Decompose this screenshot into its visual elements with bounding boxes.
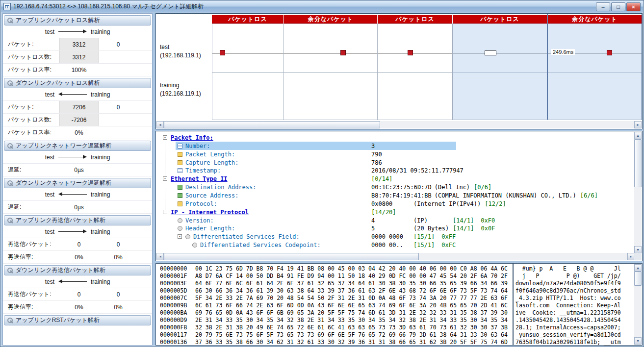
decode-row[interactable]: Timestamp:2016/08/31 09:52:11.777947 xyxy=(156,167,635,174)
scroll-down-button[interactable]: ▼ xyxy=(634,246,642,253)
timeline-scrollbar[interactable]: ◄ ► xyxy=(156,121,642,128)
decode-row[interactable]: Protocol:0x0800(Internet IP(IPv4))[12/2] xyxy=(156,200,635,208)
section-header[interactable]: ダウンリンクネットワーク遅延解析 xyxy=(4,178,151,188)
packet-loss-marker[interactable] xyxy=(607,50,612,55)
window-controls: – □ × xyxy=(596,2,641,11)
hex-row[interactable]: 000000BA69 76 65 0D 0A 43 6F 6F 6B 69 65… xyxy=(156,309,512,317)
section-header[interactable]: アップリンクパケットロス解析 xyxy=(4,15,151,25)
hex-dump[interactable]: 0000000000 1C 23 75 6D 7D B8 70 F4 19 41… xyxy=(156,265,512,346)
ascii-row[interactable]: download/n7a2e74da08050f5e9f4f9 xyxy=(515,280,635,287)
delay-annotation: 249.6ms xyxy=(551,49,575,55)
hex-bytes: 32 38 2E 31 3B 20 49 6E 74 65 72 6E 61 6… xyxy=(195,324,508,331)
packet-marker[interactable] xyxy=(485,50,496,55)
hex-row[interactable]: 0000005D66 30 66 36 34 36 61 39 30 63 38… xyxy=(156,287,512,295)
timeline-column-header[interactable]: パケットロス xyxy=(453,15,547,24)
decode-hscrollbar[interactable]: ◄ ► xyxy=(156,253,635,260)
field-info: (COMPAL INFORMATION (KUNSHAN) CO., LTD.) xyxy=(435,192,576,199)
section-header[interactable]: アップリンク再送信パケット解析 xyxy=(4,215,151,225)
hex-row[interactable]: 0000009B6C 61 73 6F 66 74 2E 63 6F 6D 0D… xyxy=(156,302,512,309)
ascii-row[interactable]: 76358f04b12a30296118fe1b; __utm xyxy=(515,339,635,346)
ascii-row[interactable]: f0f646a90c8d3976ac/nChronos_std xyxy=(515,287,635,295)
ascii-row[interactable]: .1435045428.1435045428.14350454 xyxy=(515,317,635,324)
ascii-row[interactable]: #um} p A E B @ @ Jl xyxy=(515,265,635,273)
stat-label: 遅延: xyxy=(3,201,59,213)
scrollbar-track[interactable] xyxy=(164,121,634,128)
packet-loss-marker[interactable] xyxy=(340,50,346,55)
scroll-left-button[interactable]: ◄ xyxy=(156,121,164,128)
ascii-dump[interactable]: #um} p A E B @ @ Jl j P P @) GET /jp/dow… xyxy=(515,265,635,346)
field-icon xyxy=(178,201,182,206)
scrollbar-track[interactable] xyxy=(634,272,642,337)
hex-row[interactable]: 0000003E64 6F 77 6E 6C 6F 61 64 2F 6E 37… xyxy=(156,280,512,287)
direction-row: testtraining xyxy=(3,275,152,288)
field-values: 3 xyxy=(371,142,413,150)
ascii-row[interactable]: lasoft.com Connection: Keep-Al xyxy=(515,302,635,309)
scroll-up-button[interactable]: ▲ xyxy=(634,132,642,139)
stat-value-1: 0% xyxy=(59,301,99,313)
sidebar-section: アップリンクRSTパケット解析 xyxy=(3,315,152,325)
section-header[interactable]: アップリンクネットワーク遅延解析 xyxy=(4,141,151,151)
scroll-up-button[interactable]: ▲ xyxy=(634,264,642,272)
hex-row[interactable]: 000000D92E 31 34 33 35 30 34 35 34 32 38… xyxy=(156,317,512,324)
decode-row[interactable]: Source Address:B8:70:F4:19:41:BB(COMPAL … xyxy=(156,192,635,199)
ascii-row[interactable]: _4.3.zip HTTP/1.1 Host: www.co xyxy=(515,295,635,302)
packet-loss-marker[interactable] xyxy=(220,50,225,55)
hex-bytes: 6C 61 73 6F 66 74 2E 63 6F 6D 0D 0A 43 6… xyxy=(195,302,508,309)
scrollbar-thumb[interactable] xyxy=(634,272,642,286)
decode-row[interactable]: Header Length:5(20 Bytes)[14/1]0x0F xyxy=(156,224,635,232)
collapse-toggle[interactable]: - xyxy=(163,176,167,181)
scrollbar-thumb[interactable] xyxy=(164,253,419,260)
section-header[interactable]: ダウンリンクパケットロス解析 xyxy=(4,78,151,88)
decode-row[interactable]: Version:4(IP)[14/1]0xF0 xyxy=(156,217,635,224)
maximize-button[interactable]: □ xyxy=(611,2,625,11)
scroll-right-button[interactable]: ► xyxy=(627,253,635,260)
ascii-row[interactable]: yunsuo_session_verify=a8d130cd xyxy=(515,331,635,339)
hex-row[interactable]: 000000F832 38 2E 31 3B 20 49 6E 74 65 72… xyxy=(156,324,512,331)
section-header[interactable]: アップリンクRSTパケット解析 xyxy=(4,315,151,325)
timeline-column-header[interactable]: パケットロス xyxy=(378,15,452,24)
scrollbar-thumb[interactable] xyxy=(634,139,642,187)
scrollbar-track[interactable] xyxy=(164,253,627,260)
section-header[interactable]: ダウンリンク再送信パケット解析 xyxy=(4,265,151,275)
scrollbar-track[interactable] xyxy=(634,139,642,246)
ascii-row[interactable]: j P P @) GET /jp/ xyxy=(515,273,635,280)
minimize-button[interactable]: – xyxy=(596,2,610,11)
decode-row[interactable]: -IP - Internet Protocol[14/20] xyxy=(156,208,635,216)
timeline-column-header[interactable]: パケットロス xyxy=(212,15,283,24)
window: 192.168.6.74:53012 <-> 108.168.215.106:8… xyxy=(0,0,644,347)
timeline-column-header[interactable]: 余分なパケット xyxy=(547,15,642,24)
timeline-column-header[interactable]: 余分なパケット xyxy=(284,15,377,24)
decode-row[interactable]: Number:3 xyxy=(156,142,635,150)
hex-row[interactable]: 0000007C5F 34 2E 33 2E 7A 69 70 20 48 54… xyxy=(156,295,512,302)
stat-label: パケットロス率: xyxy=(3,64,59,76)
stat-row: 再送信率:0%0% xyxy=(3,301,152,314)
collapse-toggle[interactable]: - xyxy=(163,135,167,140)
collapse-toggle[interactable]: - xyxy=(163,210,167,214)
scroll-right-button[interactable]: ► xyxy=(634,121,642,128)
decode-row[interactable]: Differentiated Services Codepoint:0000 0… xyxy=(156,241,635,249)
packet-loss-marker[interactable] xyxy=(408,50,413,55)
hex-row[interactable]: 0000000000 1C 23 75 6D 7D B8 70 F4 19 41… xyxy=(156,265,512,273)
scroll-left-button[interactable]: ◄ xyxy=(156,253,164,260)
hex-offset: 0000007C xyxy=(160,295,187,302)
decode-vscrollbar[interactable]: ▲ ▼ xyxy=(634,132,642,253)
scroll-down-button[interactable]: ▼ xyxy=(634,337,642,345)
hex-row[interactable]: 0000001FA8 D7 6A CF 14 00 50 DD B4 91 FE… xyxy=(156,273,512,280)
decode-row[interactable]: -Differentiated Services Field:0000 0000… xyxy=(156,233,635,241)
close-button[interactable]: × xyxy=(626,2,641,11)
decode-row[interactable]: Destination Address:00:1C:23:75:6D:7D(De… xyxy=(156,183,635,191)
scrollbar-thumb[interactable] xyxy=(164,121,380,128)
endpoint-to: training xyxy=(91,191,110,198)
hex-vscrollbar[interactable]: ▲ ▼ xyxy=(634,264,642,345)
decode-row[interactable]: Packet Length:790 xyxy=(156,150,635,158)
titlebar[interactable]: 192.168.6.74:53012 <-> 108.168.215.106:8… xyxy=(1,1,643,12)
decode-row[interactable]: -Ethernet Type II[0/14] xyxy=(156,175,635,183)
decode-row[interactable]: -Packet Info: xyxy=(156,134,635,142)
hex-row[interactable]: 0000013637 36 33 35 38 66 30 34 62 31 32… xyxy=(156,339,512,346)
ascii-row[interactable]: 28.1; InternalAccess=capsa2007; xyxy=(515,324,635,331)
endpoint-to: training xyxy=(91,91,110,98)
collapse-toggle[interactable]: - xyxy=(178,234,182,239)
decode-row[interactable]: Capture Length:786 xyxy=(156,159,635,167)
hex-row[interactable]: 0000011720 79 75 6E 73 75 6F 5F 73 65 73… xyxy=(156,331,512,339)
ascii-row[interactable]: ive Cookie: __utma=1.223158790 xyxy=(515,309,635,317)
